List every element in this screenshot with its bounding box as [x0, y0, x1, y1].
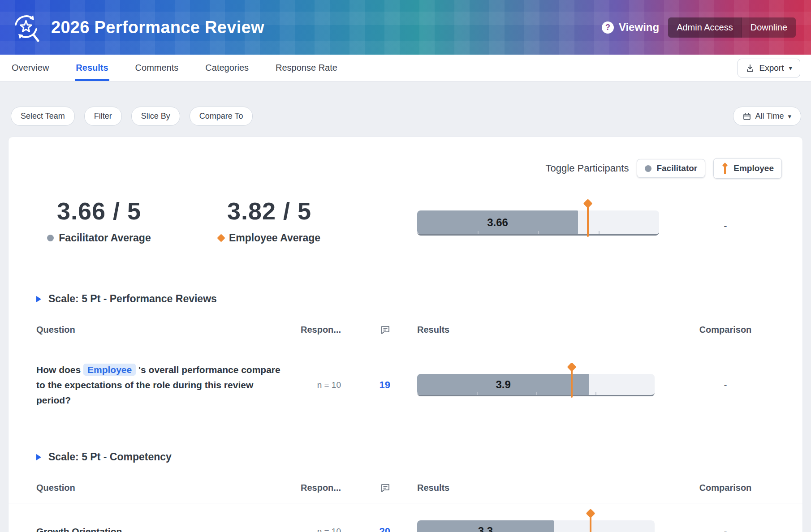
chevron-down-icon: ▾ [789, 64, 792, 72]
comparison-value: - [655, 526, 802, 532]
comments-count-link[interactable]: 19 [341, 379, 390, 391]
employee-average-label: Employee Average [229, 232, 320, 244]
facilitator-toggle-label: Facilitator [656, 163, 697, 173]
section-title: Scale: 5 Pt - Competency [48, 451, 172, 463]
overall-comparison-value: - [659, 220, 792, 232]
col-responses: Respon... [287, 483, 341, 493]
expand-triangle-icon[interactable] [36, 296, 41, 302]
section-title: Scale: 5 Pt - Performance Reviews [48, 293, 217, 305]
col-comparison: Comparison [655, 325, 802, 335]
help-icon[interactable]: ? [602, 21, 614, 34]
facilitator-score-bar: 3.9 [417, 374, 589, 395]
col-question: Question [36, 325, 287, 335]
section-competency: Scale: 5 Pt - Competency [9, 451, 802, 463]
facilitator-average-label: Facilitator Average [59, 232, 151, 244]
comments-count-link[interactable]: 20 [341, 526, 390, 532]
slice-by-button[interactable]: Slice By [131, 107, 180, 126]
tab-overview[interactable]: Overview [11, 55, 50, 81]
tab-response-rate[interactable]: Response Rate [275, 55, 338, 81]
app-logo-icon [12, 13, 40, 42]
facilitator-average-score: 3.66 / 5 [36, 197, 162, 225]
overall-results-bar: 3.66 [417, 210, 659, 236]
col-results: Results [417, 325, 655, 335]
employee-pin-icon [721, 163, 729, 174]
question-text: Growth Orientation [36, 524, 287, 532]
viewing-label: Viewing [619, 21, 659, 34]
employee-toggle-label: Employee [733, 163, 774, 173]
employee-chip[interactable]: Employee [83, 364, 136, 376]
calendar-icon [743, 112, 751, 120]
filter-button[interactable]: Filter [84, 107, 122, 126]
tab-comments[interactable]: Comments [134, 55, 180, 81]
employee-average-stat: 3.82 / 5 Employee Average [207, 197, 332, 244]
downline-button[interactable]: Downline [742, 17, 796, 38]
tab-bar: Overview Results Comments Categories Res… [0, 55, 811, 82]
export-button[interactable]: Export ▾ [738, 59, 800, 77]
comment-icon [341, 326, 390, 335]
table-row: Growth Orientation n = 10 20 3.3 - [9, 503, 802, 532]
time-range-label: All Time [755, 112, 784, 121]
facilitator-score-bar: 3.66 [417, 210, 578, 234]
participant-toggle-row: Toggle Participants Facilitator Employee [9, 159, 802, 178]
col-responses: Respon... [287, 325, 341, 335]
col-question: Question [36, 483, 287, 493]
page-title: 2026 Performance Review [51, 18, 264, 37]
responses-count: n = 10 [287, 527, 341, 532]
table-header: Question Respon... Results Comparison [9, 325, 802, 345]
table-row: How does Employee 's overall performance… [9, 345, 802, 425]
table-header: Question Respon... Results Comparison [9, 483, 802, 503]
facilitator-score-bar: 3.3 [417, 520, 554, 532]
access-toggle-group: Admin Access Downline [668, 17, 796, 38]
download-icon [746, 64, 755, 73]
facilitator-dot-icon [47, 235, 54, 241]
tab-categories[interactable]: Categories [204, 55, 250, 81]
employee-score-marker [590, 514, 591, 532]
col-comparison: Comparison [655, 483, 802, 493]
employee-diamond-icon [217, 234, 225, 242]
compare-to-button[interactable]: Compare To [190, 107, 253, 126]
admin-access-button[interactable]: Admin Access [668, 17, 742, 38]
time-range-button[interactable]: All Time ▾ [733, 107, 801, 126]
section-performance-reviews: Scale: 5 Pt - Performance Reviews [9, 293, 802, 305]
employee-score-marker [571, 367, 573, 398]
export-label: Export [759, 63, 784, 73]
filter-bar: Select Team Filter Slice By Compare To A… [0, 82, 811, 137]
app-header: 2026 Performance Review ? Viewing Admin … [0, 0, 811, 55]
select-team-button[interactable]: Select Team [11, 107, 75, 126]
row-results-bar: 3.3 [417, 520, 655, 532]
comparison-value: - [655, 380, 802, 390]
question-text: How does Employee 's overall performance… [36, 362, 287, 408]
results-card: Toggle Participants Facilitator Employee… [8, 137, 803, 532]
expand-triangle-icon[interactable] [36, 454, 41, 460]
row-results-bar: 3.9 [417, 374, 655, 396]
toggle-participants-label: Toggle Participants [546, 163, 629, 174]
summary-row: 3.66 / 5 Facilitator Average 3.82 / 5 Em… [9, 197, 802, 264]
tab-results[interactable]: Results [75, 55, 109, 81]
facilitator-average-stat: 3.66 / 5 Facilitator Average [36, 197, 162, 244]
facilitator-dot-icon [645, 165, 651, 172]
col-results: Results [417, 483, 655, 493]
viewing-indicator: ? Viewing [602, 21, 659, 34]
employee-score-marker [587, 204, 589, 237]
chevron-down-icon: ▾ [788, 112, 791, 120]
facilitator-toggle-button[interactable]: Facilitator [637, 159, 705, 178]
responses-count: n = 10 [287, 380, 341, 390]
employee-average-score: 3.82 / 5 [207, 197, 332, 225]
employee-toggle-button[interactable]: Employee [713, 158, 782, 179]
comment-icon [341, 484, 390, 493]
